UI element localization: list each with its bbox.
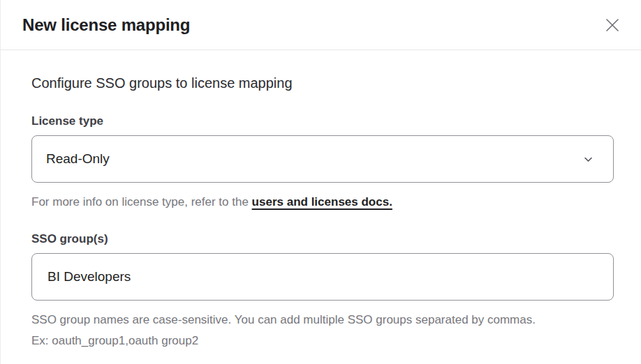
users-and-licenses-docs-link[interactable]: users and licenses docs. (252, 195, 392, 208)
license-type-field: License type Read-Only For more info on … (31, 114, 613, 213)
chevron-down-icon (582, 153, 594, 165)
license-type-selected-value: Read-Only (46, 151, 110, 167)
modal-header: New license mapping (1, 0, 641, 50)
license-type-helper: For more info on license type, refer to … (31, 192, 552, 213)
sso-groups-label: SSO group(s) (31, 232, 613, 246)
sso-groups-field: SSO group(s) SSO group names are case-se… (31, 232, 613, 351)
sso-groups-input[interactable] (31, 253, 614, 301)
close-button[interactable] (603, 16, 621, 34)
license-type-helper-text: For more info on license type, refer to … (31, 195, 252, 208)
license-type-label: License type (31, 114, 613, 128)
modal-title: New license mapping (22, 15, 190, 35)
new-license-mapping-modal: New license mapping Configure SSO groups… (0, 0, 641, 364)
form-heading: Configure SSO groups to license mapping (31, 75, 613, 91)
close-icon (603, 16, 621, 34)
modal-body: Configure SSO groups to license mapping … (1, 50, 641, 351)
sso-groups-helper: SSO group names are case-sensitive. You … (31, 310, 552, 351)
license-type-select[interactable]: Read-Only (31, 135, 614, 183)
